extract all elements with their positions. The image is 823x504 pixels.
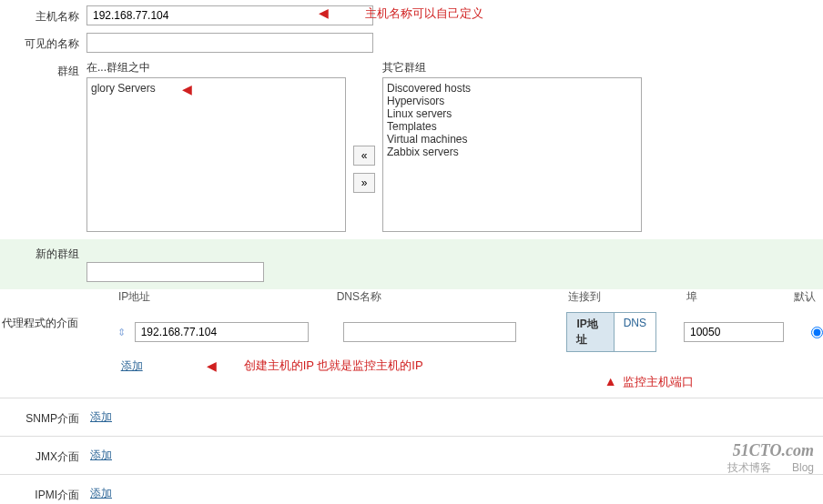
col-dns-header: DNS名称 [337,289,569,305]
groups-label: 群组 [0,60,86,79]
list-item[interactable]: Templates [387,120,637,133]
annotation-port: 监控主机端口 [623,374,694,390]
col-default-header: 默认 [787,289,823,305]
new-group-label: 新的群组 [0,247,86,262]
ipmi-iface-label: IPMI介面 [0,484,86,503]
agent-add-link[interactable]: 添加 [117,358,143,374]
host-name-input[interactable] [86,5,373,25]
connect-ip-button[interactable]: IP地址 [566,312,613,352]
watermark-sub: 技术博客 [727,461,771,474]
arrow-icon: ◀ [207,358,217,373]
jmx-add-link[interactable]: 添加 [86,448,112,463]
col-ip-header: IP地址 [118,289,337,305]
col-port-header: 埠 [686,289,787,305]
in-groups-list[interactable]: glory Servers ◀ [86,77,346,232]
list-item[interactable]: Zabbix servers [387,146,637,158]
new-group-input[interactable] [86,262,264,282]
in-groups-label: 在...群组之中 [86,60,346,76]
snmp-iface-label: SNMP介面 [0,408,86,427]
agent-ip-input[interactable] [135,322,309,342]
annotation-hostname: 主机名称可以自己定义 [365,5,483,22]
list-item[interactable]: Discovered hosts [387,82,637,95]
snmp-add-link[interactable]: 添加 [86,409,112,425]
list-item[interactable]: Hypervisors [387,95,637,107]
jmx-iface-label: JMX介面 [0,446,86,465]
other-groups-list[interactable]: Discovered hosts Hypervisors Linux serve… [382,77,642,232]
annotation-ip: 创建主机的IP 也就是监控主机的IP [244,358,423,374]
ipmi-add-link[interactable]: 添加 [86,486,112,501]
move-left-button[interactable]: « [353,146,375,166]
agent-default-radio[interactable] [811,327,823,338]
arrow-icon: ◀ [182,82,192,96]
visible-name-label: 可见的名称 [0,33,86,52]
other-groups-label: 其它群组 [382,60,642,76]
arrow-icon: ▲ [605,374,617,390]
drag-handle-icon[interactable]: ⇕ [117,327,126,338]
agent-port-input[interactable] [684,322,784,342]
host-name-label: 主机名称 [0,5,86,25]
arrow-icon: ◀ [319,5,329,20]
list-item[interactable]: Virtual machines [387,133,637,146]
watermark-tag: Blog [792,461,814,474]
agent-dns-input[interactable] [343,322,517,342]
watermark-domain: 51CTO.com [727,441,814,460]
agent-iface-label: 代理程式的介面 [0,312,86,331]
connect-dns-button[interactable]: DNS [614,312,656,352]
visible-name-input[interactable] [86,33,373,53]
col-connect-header: 连接到 [568,289,686,305]
list-item[interactable]: glory Servers [91,82,341,95]
watermark: 51CTO.com 技术博客 Blog [727,441,814,476]
list-item[interactable]: Linux servers [387,107,637,120]
move-right-button[interactable]: » [353,173,375,193]
